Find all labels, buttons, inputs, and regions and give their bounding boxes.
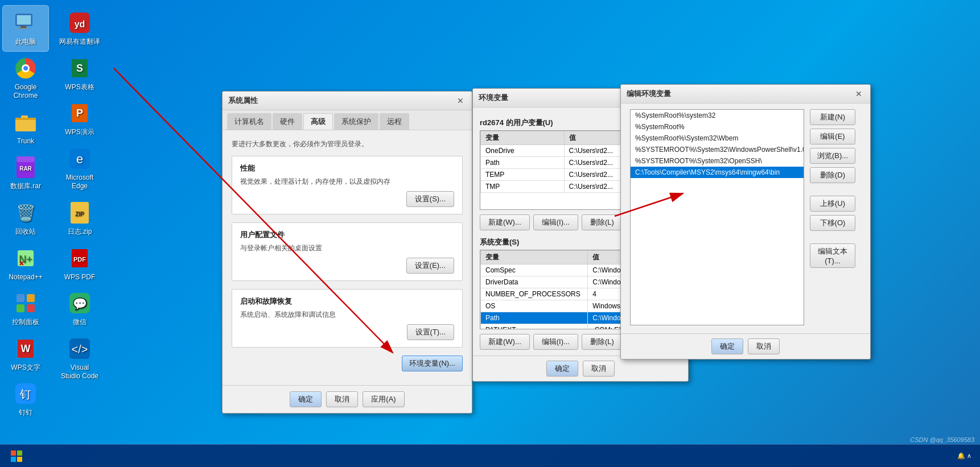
edit-env-move-up-button[interactable]: 上移(U) (810, 196, 855, 212)
delete-sys-var-button[interactable]: 删除(L) (582, 334, 623, 350)
delete-user-var-button[interactable]: 删除(L) (582, 214, 623, 230)
user-var-name-2: TEMP (481, 169, 565, 181)
taskbar-clock: 🔔 ∧ (957, 452, 971, 460)
new-user-var-button[interactable]: 新建(W)... (480, 214, 530, 230)
edit-env-cancel-button[interactable]: 取消 (748, 338, 780, 354)
trunk-label: Trunk (17, 137, 34, 146)
svg-text:yd: yd (75, 19, 85, 29)
desktop-icon-dingding[interactable]: 钉 钉钉 (3, 377, 48, 422)
rar-icon: RAR (13, 155, 38, 180)
desktop-icon-wps-pdf[interactable]: PDF WPS PDF (57, 241, 102, 287)
edit-env-footer: 确定 取消 (621, 333, 870, 359)
sys-props-apply-button[interactable]: 应用(A) (363, 391, 404, 407)
sys-props-cancel-button[interactable]: 取消 (326, 391, 358, 407)
svg-rect-15 (17, 294, 24, 302)
sys-props-close-button[interactable]: ✕ (455, 95, 466, 106)
desktop-icon-recycle[interactable]: 🗑️ 回收站 (3, 196, 48, 241)
startup-settings-button[interactable]: 设置(T)... (407, 324, 454, 340)
svg-rect-2 (20, 26, 26, 28)
desktop-icon-wps-ppt[interactable]: P WPS演示 (57, 96, 102, 142)
tab-hardware[interactable]: 硬件 (273, 113, 302, 130)
desktop-icon-this-pc[interactable]: 此电脑 (3, 6, 48, 51)
edit-env-new-button[interactable]: 新建(N) (810, 109, 855, 125)
performance-title: 性能 (240, 163, 454, 173)
svg-rect-45 (17, 457, 22, 462)
edit-env-item-3[interactable]: %SYSTEMROOT%\System32\WindowsPowerShell\… (631, 144, 804, 155)
performance-section: 性能 视觉效果，处理器计划，内存使用，以及虚拟内存 设置(S)... (232, 156, 463, 214)
sys-props-intro: 要进行大多数更改，你必须作为管理员登录。 (232, 139, 463, 149)
env-vars-ok-button[interactable]: 确定 (546, 361, 578, 377)
svg-text:W: W (21, 343, 31, 354)
sys-var-name-1: DriverData (481, 276, 588, 288)
svg-rect-6 (15, 118, 36, 120)
sys-props-ok-button[interactable]: 确定 (290, 391, 322, 407)
svg-rect-18 (27, 304, 35, 312)
edit-env-list: %SystemRoot%\system32 %SystemRoot% %Syst… (630, 109, 804, 325)
taskbar: 🔔 ∧ (0, 444, 980, 467)
svg-text:P: P (76, 108, 83, 119)
sys-props-title: 系统属性 (228, 96, 258, 106)
edit-env-browse-button[interactable]: 浏览(B)... (810, 148, 855, 164)
user-var-name-3: TMP (481, 181, 565, 193)
desktop-icon-chrome[interactable]: GoogleChrome (3, 51, 48, 105)
sys-var-name-3: OS (481, 300, 588, 312)
env-var-button[interactable]: 环境变量(N)... (402, 356, 463, 371)
env-vars-cancel-button[interactable]: 取消 (583, 361, 615, 377)
desktop-icon-control-panel[interactable]: 控制面板 (3, 286, 48, 332)
svg-rect-8 (17, 156, 35, 162)
svg-text:S: S (76, 63, 83, 74)
trunk-icon (13, 110, 38, 135)
desktop-icon-zip[interactable]: ZIP 日志.zip (57, 196, 102, 241)
desktop-icon-wps-writer[interactable]: W WPS文字 (3, 332, 48, 377)
new-sys-var-button[interactable]: 新建(W)... (480, 334, 530, 350)
edit-env-edit-button[interactable]: 编辑(E) (810, 129, 855, 144)
edit-env-body: %SystemRoot%\system32 %SystemRoot% %Syst… (621, 104, 870, 333)
edit-env-delete-button[interactable]: 删除(D) (810, 167, 855, 183)
tab-sys-protection[interactable]: 系统保护 (334, 113, 378, 130)
desktop-icon-wps-xls[interactable]: S WPS表格 (57, 51, 102, 97)
edit-user-var-button[interactable]: 编辑(I)... (533, 214, 578, 230)
rar-label: 数据库.rar (10, 182, 41, 191)
svg-text:💬: 💬 (73, 297, 87, 311)
desktop-icon-trunk[interactable]: Trunk (3, 105, 48, 151)
desktop-icons: 此电脑 GoogleChrome Trunk RAR 数据库.rar (0, 0, 114, 444)
edit-env-item-5[interactable]: C:\Tools\Compiler\MSYS2\msys64\mingw64\b… (631, 167, 804, 178)
performance-settings-button[interactable]: 设置(S)... (406, 191, 454, 207)
edit-env-close-button[interactable]: ✕ (853, 88, 864, 100)
wechat-icon: 💬 (67, 291, 92, 316)
user-profile-title: 用户配置文件 (240, 230, 454, 240)
edit-env-item-1[interactable]: %SystemRoot% (631, 121, 804, 133)
desktop-icon-wechat[interactable]: 💬 微信 (57, 286, 102, 332)
desktop-icon-database-rar[interactable]: RAR 数据库.rar (3, 150, 48, 196)
start-button[interactable] (3, 445, 30, 468)
edit-env-edit-text-button[interactable]: 编辑文本(T)... (810, 243, 855, 268)
edge-label: Microsoft Edge (59, 173, 100, 191)
edit-env-title: 编辑环境变量 (627, 89, 671, 99)
desktop-icon-edge[interactable]: e Microsoft Edge (57, 142, 102, 196)
edit-env-move-down-button[interactable]: 下移(O) (810, 215, 855, 231)
desktop-icon-youdao[interactable]: yd 网易有道翻译 (57, 6, 102, 51)
edit-sys-var-button[interactable]: 编辑(I)... (533, 334, 578, 350)
taskbar-right: 🔔 ∧ (957, 452, 977, 460)
youdao-label: 网易有道翻译 (59, 38, 100, 47)
svg-rect-42 (11, 451, 16, 456)
dingding-label: 钉钉 (19, 408, 32, 418)
wps-writer-icon: W (13, 336, 38, 361)
edit-env-item-2[interactable]: %SystemRoot%\System32\Wbem (631, 133, 804, 144)
sys-var-name-2: NUMBER_OF_PROCESSORS (481, 288, 588, 300)
edit-env-item-4[interactable]: %SYSTEMROOT%\System32\OpenSSH\ (631, 155, 804, 167)
csdn-watermark: CSDN @qq_35609583 (910, 436, 974, 443)
edit-env-item-0[interactable]: %SystemRoot%\system32 (631, 110, 804, 121)
tab-advanced[interactable]: 高级 (303, 113, 333, 130)
tab-remote[interactable]: 远程 (380, 113, 409, 130)
edge-icon: e (67, 146, 92, 171)
svg-text:PDF: PDF (73, 256, 86, 263)
pc-icon (13, 10, 38, 35)
wechat-label: 微信 (73, 318, 87, 327)
edit-env-ok-button[interactable]: 确定 (711, 338, 743, 354)
desktop-icon-notepadpp[interactable]: N+ Notepad++ (3, 241, 48, 287)
user-profile-settings-button[interactable]: 设置(E)... (406, 258, 454, 274)
svg-text:🗑️: 🗑️ (16, 204, 36, 222)
tab-computer-name[interactable]: 计算机名 (227, 113, 271, 130)
desktop-icon-vscode[interactable]: </> VisualStudio Code (57, 332, 102, 386)
